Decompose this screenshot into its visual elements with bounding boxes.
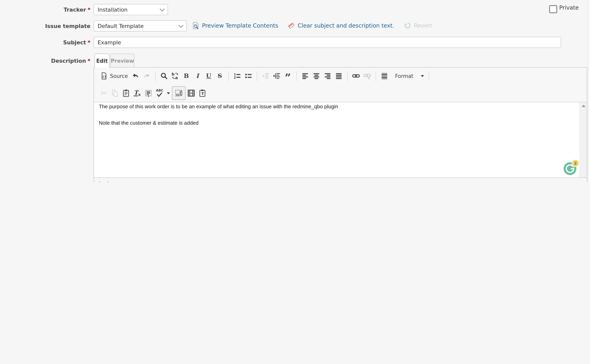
svg-text:b: b — [171, 72, 174, 77]
element-path-bar: body — [94, 177, 587, 182]
description-line: The purpose of this work order is to be … — [94, 102, 587, 111]
editor-toolbar-row2: ✂ Tx ABC T — [94, 84, 587, 102]
remove-format-icon[interactable]: Tx — [132, 87, 143, 99]
align-right-button[interactable] — [322, 70, 333, 82]
required-marker: * — [87, 39, 90, 46]
undo-button[interactable] — [130, 70, 141, 82]
align-left-button[interactable] — [299, 70, 311, 82]
description-content[interactable]: The purpose of this work order is to be … — [94, 102, 587, 177]
numbered-list-button[interactable]: 12 — [231, 70, 243, 82]
template-actions: Preview Template Contents Clear subject … — [192, 22, 432, 29]
issue-template-select[interactable]: Default Template — [94, 20, 187, 32]
svg-text:2: 2 — [234, 76, 236, 79]
bold-button[interactable]: B — [181, 70, 192, 82]
subject-label: Subject* — [0, 37, 90, 48]
cut-icon: ✂ — [98, 87, 109, 99]
required-marker: * — [87, 58, 90, 64]
tracker-select[interactable]: Installation — [94, 4, 168, 15]
undo-icon — [131, 72, 139, 80]
blockquote-button[interactable]: ” — [282, 70, 293, 82]
paste-text-icon[interactable]: T — [197, 87, 208, 99]
svg-text:a: a — [175, 75, 178, 80]
source-button[interactable]: Source — [98, 70, 130, 82]
clear-subject-link[interactable]: Clear subject and description text. — [298, 22, 394, 29]
align-center-button[interactable] — [311, 70, 322, 82]
replace-icon[interactable]: ba — [169, 70, 181, 82]
format-dropdown[interactable]: Format — [393, 70, 426, 82]
source-icon — [100, 72, 108, 80]
bulleted-list-button[interactable] — [243, 70, 254, 82]
preview-template-icon — [192, 22, 199, 29]
editor-scrollbar[interactable] — [580, 102, 587, 177]
description-editor: Source ba B I U S 12 ” — [94, 67, 587, 182]
caret-down-icon — [421, 75, 424, 77]
element-path[interactable]: body — [99, 180, 112, 182]
link-button[interactable] — [350, 70, 362, 82]
description-line: Note that the customer & estimate is add… — [94, 119, 587, 127]
subject-input[interactable]: Example — [94, 37, 561, 48]
scroll-up-icon[interactable] — [581, 105, 585, 107]
outdent-button — [260, 70, 271, 82]
svg-text:T: T — [201, 91, 204, 96]
line-spacing-icon[interactable] — [379, 70, 390, 82]
private-label: Private — [559, 4, 579, 11]
redo-button — [141, 70, 152, 82]
redo-icon — [143, 72, 151, 80]
italic-button[interactable]: I — [192, 70, 203, 82]
window-edge — [588, 0, 590, 182]
description-label: Description* — [0, 55, 90, 66]
private-checkbox[interactable] — [549, 5, 557, 13]
eraser-icon — [288, 22, 295, 29]
caret-down-icon — [167, 92, 170, 94]
grammarly-icon[interactable]: 2 — [563, 162, 577, 175]
spellcheck-icon[interactable]: ABC — [154, 87, 172, 99]
grammarly-badge: 2 — [572, 159, 579, 167]
revert-icon — [404, 22, 411, 29]
find-icon[interactable] — [158, 70, 169, 82]
editor-toolbar-row1: Source ba B I U S 12 ” — [94, 67, 587, 84]
select-all-icon[interactable] — [143, 87, 154, 99]
unlink-button — [362, 70, 373, 82]
underline-button[interactable]: U — [203, 70, 214, 82]
media-icon[interactable] — [186, 87, 197, 99]
strikethrough-button[interactable]: S — [214, 70, 225, 82]
issue-template-label: Issue template — [0, 20, 90, 32]
chevron-down-icon — [178, 23, 183, 28]
indent-button[interactable] — [271, 70, 282, 82]
tracker-label: Tracker* — [0, 4, 90, 15]
tab-edit[interactable]: Edit — [94, 53, 110, 68]
revert-link: Revert — [414, 22, 432, 29]
tab-preview[interactable]: Preview — [110, 53, 134, 68]
issue-edit-form: Tracker* Installation Private Issue temp… — [0, 0, 590, 182]
copy-icon — [109, 87, 121, 99]
paste-icon[interactable] — [121, 87, 132, 99]
preview-template-link[interactable]: Preview Template Contents — [202, 22, 278, 29]
show-blocks-icon[interactable] — [172, 86, 186, 100]
required-marker: * — [87, 6, 90, 13]
align-justify-button[interactable] — [333, 70, 344, 82]
chevron-down-icon — [160, 6, 165, 11]
